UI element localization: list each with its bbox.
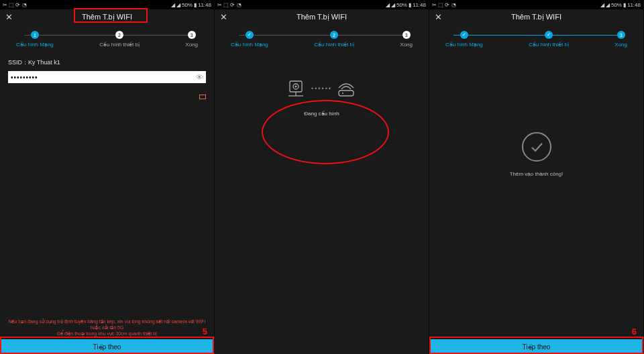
- page-title: Thêm T.bị WIFI: [297, 13, 347, 21]
- content-area: SSID：Ky Thuat k1 👁 Nếu bạn đang sử dụng …: [0, 52, 214, 354]
- svg-point-2: [295, 86, 297, 88]
- signal-icon: ◢: [171, 2, 175, 8]
- screen-1-network-config: ✂ ⬚ ⟳ ◔ ◢ ◢ 50% ▮ 11:48 ✕ Thêm T.bị WIFI…: [0, 0, 215, 354]
- header: ✕ Thêm T.bị WIFI: [429, 9, 643, 24]
- warning-line1: Nếu bạn đang sử dụng bộ định tuyến băng …: [7, 318, 207, 331]
- next-button[interactable]: Tiếp theo: [0, 339, 214, 354]
- indicator-icon: [199, 95, 206, 99]
- battery-icon: ▮: [409, 2, 411, 8]
- clock: 11:48: [198, 2, 211, 8]
- annotation-number: 5: [203, 327, 207, 337]
- signal-icon: ◢: [391, 2, 395, 8]
- page-title: Thêm T.bị WIFI: [82, 13, 132, 21]
- step-dot-1: 1: [31, 31, 39, 39]
- content-area: Thêm vào thành công! Tiếp theo: [429, 52, 643, 354]
- ssid-label: SSID：Ky Thuat k1: [8, 58, 206, 67]
- password-input[interactable]: [11, 74, 196, 81]
- router-icon: [335, 78, 358, 99]
- status-bar: ✂ ⬚ ⟳ ◔ ◢ ◢ 50% ▮ 11:48: [215, 0, 429, 9]
- annotation-number: 6: [632, 327, 637, 337]
- pairing-graphic: ••••••: [286, 78, 358, 99]
- progress-stepper: ✓Cấu hình Mạng ✓Cấu hình thiết bị 3Xong: [429, 24, 643, 52]
- battery-pct: 50%: [396, 2, 407, 8]
- close-icon[interactable]: ✕: [220, 12, 227, 22]
- close-icon[interactable]: ✕: [5, 12, 13, 22]
- status-bar: ✂ ⬚ ⟳ ◔ ◢ ◢ 50% ▮ 11:48: [0, 0, 214, 9]
- status-bar: ✂ ⬚ ⟳ ◔ ◢ ◢ 50% ▮ 11:48: [429, 0, 643, 9]
- step-dot-1: ✓: [246, 31, 254, 39]
- signal-icon: ◢: [386, 2, 390, 8]
- header: ✕ Thêm T.bị WIFI: [0, 9, 214, 24]
- screen-2-configuring: ✂ ⬚ ⟳ ◔ ◢ ◢ 50% ▮ 11:48 ✕ Thêm T.bị WIFI…: [215, 0, 429, 354]
- success-check-icon: [522, 132, 551, 162]
- step-label-1: Cấu hình Mạng: [16, 42, 54, 48]
- next-button[interactable]: Tiếp theo: [429, 339, 643, 354]
- battery-icon: ▮: [194, 2, 197, 8]
- step-label-3: Xong: [185, 42, 198, 48]
- screen-3-done: ✂ ⬚ ⟳ ◔ ◢ ◢ 50% ▮ 11:48 ✕ Thêm T.bị WIFI…: [429, 0, 644, 354]
- content-area: •••••• Đang cấu hình: [215, 52, 429, 354]
- camera-icon: [286, 78, 309, 99]
- battery-pct: 50%: [182, 2, 193, 8]
- battery-icon: ▮: [623, 2, 626, 8]
- clock: 11:48: [627, 2, 641, 8]
- signal-icon: ◢: [600, 2, 604, 8]
- step-label-1: Cấu hình Mạng: [231, 42, 268, 48]
- svg-point-6: [342, 93, 343, 94]
- warning-line2: Để điện thoại trong khu vực 30cm quanh t…: [7, 331, 207, 337]
- step-dot-2: 2: [330, 31, 338, 39]
- battery-pct: 50%: [611, 2, 622, 8]
- step-label-2: Cấu hình thiết bị: [529, 42, 569, 48]
- status-icons-left: ✂ ⬚ ⟳ ◔: [3, 2, 27, 8]
- signal-icon: ◢: [176, 2, 180, 8]
- step-dot-3: 3: [402, 31, 411, 39]
- step-dot-2: ✓: [545, 31, 553, 39]
- step-dot-2: 2: [115, 31, 123, 39]
- connection-dots-icon: ••••••: [311, 85, 332, 92]
- step-dot-1: ✓: [460, 31, 468, 39]
- progress-stepper: 1Cấu hình Mạng 2Cấu hình thiết bị 3Xong: [0, 24, 214, 52]
- success-label: Thêm vào thành công!: [510, 171, 564, 177]
- svg-rect-5: [339, 91, 354, 96]
- step-label-3: Xong: [400, 42, 413, 48]
- close-icon[interactable]: ✕: [435, 12, 442, 22]
- step-label-2: Cấu hình thiết bị: [314, 42, 354, 48]
- step-label-2: Cấu hình thiết bị: [99, 42, 140, 48]
- step-dot-3: 3: [617, 31, 625, 39]
- password-field-wrap[interactable]: 👁: [8, 71, 206, 83]
- step-label-3: Xong: [614, 42, 627, 48]
- eye-icon[interactable]: 👁: [196, 73, 203, 81]
- status-icons-left: ✂ ⬚ ⟳ ◔: [217, 2, 241, 8]
- warning-text: Nếu bạn đang sử dụng bộ định tuyến băng …: [0, 318, 214, 337]
- step-dot-3: 3: [188, 31, 196, 39]
- page-title: Thêm T.bị WIFI: [511, 13, 561, 21]
- header: ✕ Thêm T.bị WIFI: [215, 9, 429, 24]
- step-label-1: Cấu hình Mạng: [445, 42, 483, 48]
- configuring-label: Đang cấu hình: [304, 111, 339, 117]
- progress-stepper: ✓Cấu hình Mạng 2Cấu hình thiết bị 3Xong: [215, 24, 429, 52]
- signal-icon: ◢: [606, 2, 610, 8]
- clock: 11:48: [413, 2, 426, 8]
- status-icons-left: ✂ ⬚ ⟳ ◔: [432, 2, 456, 8]
